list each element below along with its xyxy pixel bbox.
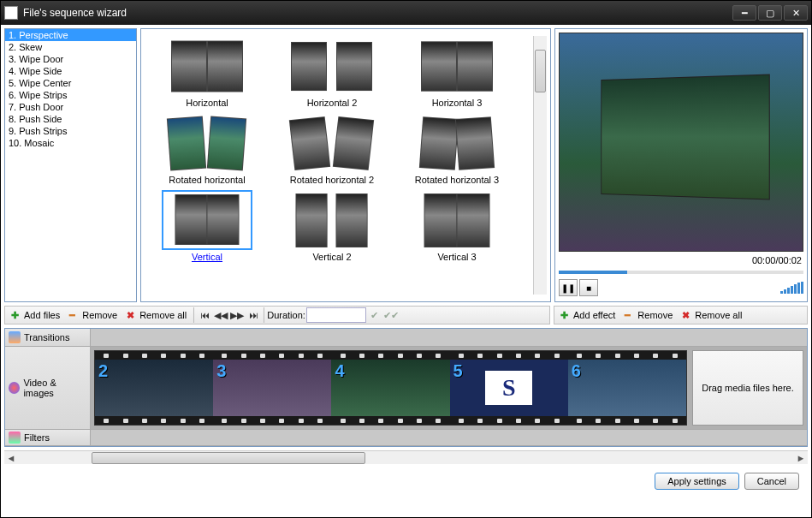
scroll-right-button[interactable]: ► (794, 452, 808, 464)
plus-icon: ✚ (11, 310, 21, 320)
effect-category-item[interactable]: 3. Wipe Door (5, 53, 136, 65)
duration-label: Duration: (267, 310, 305, 320)
film-frame[interactable]: 3 (213, 351, 331, 425)
scrollbar-handle[interactable] (535, 50, 546, 92)
minus-icon: ━ (625, 310, 635, 320)
transition-thumb[interactable]: Vertical 2 (272, 190, 392, 262)
remove-file-button[interactable]: ━Remove (65, 307, 122, 323)
close-button[interactable]: ✕ (784, 5, 808, 21)
thumb-label: Horizontal 3 (432, 98, 483, 108)
filters-track-label: Filters (5, 430, 91, 445)
thumbnails-scrollbar[interactable] (533, 36, 547, 295)
last-button[interactable]: ⏭ (246, 308, 261, 322)
cancel-button[interactable]: Cancel (744, 473, 799, 490)
film-frame[interactable]: 5S (450, 351, 568, 425)
stop-button[interactable]: ■ (579, 279, 598, 296)
transition-thumb[interactable]: Horizontal (147, 36, 267, 108)
x-icon: ✖ (127, 310, 137, 320)
video-track[interactable]: 2 3 4 (91, 347, 807, 429)
preview-panel: 00:00/00:02 ❚❚ ■ (554, 28, 808, 302)
transitions-icon (9, 331, 21, 343)
wizard-window: File's sequence wizard ━ ▢ ✕ 1. Perspect… (0, 0, 812, 518)
preview-time: 00:00/00:02 (559, 253, 803, 267)
maximize-button[interactable]: ▢ (758, 5, 782, 21)
effects-toolbar: ✚Add effect ━Remove ✖Remove all (554, 306, 808, 324)
timeline: Transitions Video & images 2 3 (4, 328, 808, 447)
pause-button[interactable]: ❚❚ (559, 279, 578, 296)
titlebar: File's sequence wizard ━ ▢ ✕ (1, 1, 811, 25)
transition-thumb[interactable]: Horizontal 3 (397, 36, 517, 108)
effect-category-item[interactable]: 1. Perspective (5, 29, 136, 41)
transition-thumb[interactable]: Vertical 3 (397, 190, 517, 262)
transition-thumb[interactable]: Rotated horizontal (147, 113, 267, 185)
filters-track[interactable] (91, 430, 807, 445)
transition-thumb[interactable]: Rotated horizontal 2 (272, 113, 392, 185)
thumb-label: Rotated horizontal (169, 175, 245, 185)
filters-icon (9, 432, 21, 444)
transition-thumb[interactable]: Horizontal 2 (272, 36, 392, 108)
preview-progress-fill (559, 271, 627, 274)
transition-thumb[interactable]: Rotated horizontal 3 (397, 113, 517, 185)
window-title: File's sequence wizard (23, 7, 732, 19)
timeline-scrollbar[interactable]: ◄ ► (4, 450, 808, 464)
remove-effect-button[interactable]: ━Remove (620, 307, 677, 323)
remove-all-effects-button[interactable]: ✖Remove all (678, 307, 746, 323)
duration-input[interactable] (306, 307, 366, 323)
next-button[interactable]: ▶▶ (229, 308, 245, 322)
effect-category-item[interactable]: 8. Push Side (5, 113, 136, 125)
first-button[interactable]: ⏮ (197, 308, 212, 322)
transition-thumb[interactable]: Vertical (147, 190, 267, 262)
film-frame[interactable]: 4 (331, 351, 449, 425)
transition-thumbnails-panel: Horizontal Horizontal 2 Horizontal 3 Rot… (140, 28, 551, 302)
apply-button[interactable]: Apply settings (655, 473, 738, 490)
effect-category-item[interactable]: 6. Wipe Strips (5, 89, 136, 101)
duration-apply-button[interactable]: ✔ (367, 308, 382, 322)
app-icon (4, 6, 18, 20)
effect-category-item[interactable]: 5. Wipe Center (5, 77, 136, 89)
plus-icon: ✚ (560, 310, 571, 320)
thumb-label: Rotated horizontal 2 (290, 175, 374, 185)
separator (193, 307, 194, 323)
remove-all-files-button[interactable]: ✖Remove all (122, 307, 191, 323)
minimize-button[interactable]: ━ (732, 5, 756, 21)
add-effect-button[interactable]: ✚Add effect (556, 307, 619, 323)
video-icon (9, 382, 20, 394)
x-icon: ✖ (682, 310, 692, 320)
effect-category-item[interactable]: 10. Mosaic (5, 137, 136, 149)
thumb-label: Vertical 3 (437, 252, 476, 262)
add-files-button[interactable]: ✚Add files (7, 307, 64, 323)
minus-icon: ━ (69, 310, 80, 320)
effect-category-item[interactable]: 4. Wipe Side (5, 65, 136, 77)
preview-video (559, 33, 803, 252)
duration-apply-all-button[interactable]: ✔✔ (383, 308, 399, 322)
transitions-track[interactable] (91, 329, 807, 346)
thumb-label: Vertical 2 (312, 252, 351, 262)
dialog-buttons: Apply settings Cancel (4, 467, 808, 495)
effect-category-item[interactable]: 2. Skew (5, 41, 136, 53)
scrollbar-handle[interactable] (92, 452, 365, 464)
volume-indicator[interactable] (780, 282, 803, 294)
files-toolbar: ✚Add files ━Remove ✖Remove all ⏮ ◀◀ ▶▶ ⏭… (4, 306, 550, 324)
transitions-track-label: Transitions (5, 329, 91, 346)
separator (264, 307, 264, 323)
preview-progress[interactable] (559, 271, 803, 274)
video-track-label: Video & images (5, 347, 91, 429)
prev-button[interactable]: ◀◀ (213, 308, 228, 322)
film-frame[interactable]: 6 (568, 351, 686, 425)
thumb-label: Horizontal (186, 98, 228, 108)
film-frame[interactable]: 2 (95, 351, 213, 425)
thumb-label: Rotated horizontal 3 (415, 175, 499, 185)
scroll-left-button[interactable]: ◄ (4, 452, 18, 464)
filmstrip[interactable]: 2 3 4 (94, 350, 687, 426)
thumb-label: Vertical (192, 252, 222, 262)
drop-zone[interactable]: Drag media files here. (692, 350, 803, 426)
effect-category-list[interactable]: 1. Perspective 2. Skew 3. Wipe Door 4. W… (4, 28, 137, 302)
effect-category-item[interactable]: 9. Push Strips (5, 125, 136, 137)
thumb-label: Horizontal 2 (307, 98, 358, 108)
effect-category-item[interactable]: 7. Push Door (5, 101, 136, 113)
